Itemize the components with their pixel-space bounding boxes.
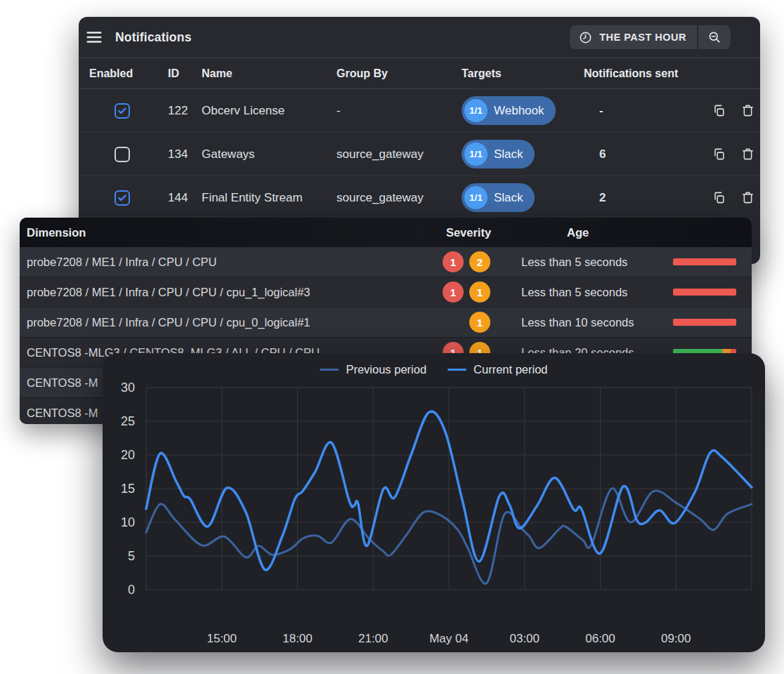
critical-badge: 1 — [443, 251, 464, 272]
col-age: Age — [511, 226, 673, 239]
check-icon — [117, 193, 127, 203]
age-bar — [673, 258, 736, 265]
notification-row: 134 Gateways source_gateway 1/1Slack 6 — [79, 132, 760, 176]
sent-count: 2 — [584, 191, 712, 205]
dimension-row[interactable]: probe7208 / ME1 / Infra / CPU / CPU 12 L… — [20, 247, 752, 277]
time-filter-button[interactable]: THE PAST HOUR — [570, 25, 697, 49]
svg-text:15:00: 15:00 — [207, 632, 237, 645]
age-text: Less than 5 seconds — [511, 286, 673, 299]
target-count-badge: 1/1 — [464, 143, 488, 166]
enabled-checkbox[interactable] — [115, 103, 130, 119]
dimension-row[interactable]: probe7208 / ME1 / Infra / CPU / CPU / cp… — [20, 307, 752, 337]
col-enabled: Enabled — [89, 67, 168, 80]
svg-text:5: 5 — [128, 549, 135, 563]
svg-text:0: 0 — [128, 583, 135, 597]
col-name: Name — [202, 67, 337, 80]
dimension-path: probe7208 / ME1 / Infra / CPU / CPU / cp… — [27, 286, 441, 299]
row-id: 134 — [168, 147, 202, 161]
notifications-titlebar: Notifications THE PAST HOUR — [79, 17, 760, 58]
svg-text:30: 30 — [121, 381, 135, 395]
row-group-by: - — [337, 104, 462, 118]
sent-count: 6 — [584, 147, 712, 161]
col-dimension: Dimension — [27, 226, 441, 239]
notifications-table-header: Enabled ID Name Group By Targets Notific… — [79, 58, 760, 89]
row-group-by: source_gateway — [337, 147, 462, 161]
copy-icon[interactable] — [712, 191, 726, 205]
menu-icon[interactable] — [85, 28, 103, 46]
severity-badges: 1 — [441, 312, 511, 333]
svg-text:20: 20 — [121, 448, 135, 462]
target-count-badge: 1/1 — [464, 186, 488, 209]
sent-count: - — [584, 104, 712, 118]
notification-row: 144 Final Entity Stream source_gateway 1… — [79, 176, 760, 219]
toolbar: THE PAST HOUR — [570, 25, 731, 49]
col-group-by: Group By — [337, 67, 462, 80]
zoom-out-icon — [707, 30, 721, 44]
target-name: Webhook — [494, 104, 544, 118]
enabled-checkbox[interactable] — [115, 147, 130, 162]
warning-badge: 2 — [469, 251, 490, 272]
severity-badges: 12 — [441, 251, 511, 272]
panel-title: Notifications — [115, 30, 192, 45]
enabled-checkbox[interactable] — [115, 190, 130, 206]
svg-text:18:00: 18:00 — [282, 632, 313, 645]
copy-icon[interactable] — [712, 104, 726, 118]
col-targets: Targets — [462, 67, 584, 80]
warning-badge: 1 — [469, 312, 490, 333]
trash-icon[interactable] — [740, 104, 754, 118]
age-bar — [673, 319, 736, 326]
clock-icon — [579, 31, 592, 44]
row-group-by: source_gateway — [337, 191, 462, 205]
col-sent: Notifications sent — [584, 67, 712, 80]
svg-text:15: 15 — [121, 482, 135, 496]
dimensions-table-header: Dimension Severity Age — [20, 218, 752, 247]
critical-badge: 1 — [443, 282, 464, 303]
trash-icon[interactable] — [740, 147, 754, 161]
target-pill: 1/1Slack — [462, 183, 535, 212]
target-pill: 1/1Webhook — [462, 96, 556, 125]
copy-icon[interactable] — [712, 147, 726, 161]
age-text: Less than 10 seconds — [511, 316, 673, 329]
target-count-badge: 1/1 — [464, 99, 488, 122]
svg-text:10: 10 — [121, 515, 135, 529]
svg-text:03:00: 03:00 — [509, 632, 540, 645]
row-name: Gateways — [202, 147, 337, 161]
dimension-path: probe7208 / ME1 / Infra / CPU / CPU / cp… — [27, 316, 441, 329]
age-text: Less than 5 seconds — [511, 256, 673, 269]
warning-badge: 1 — [469, 282, 490, 303]
row-id: 122 — [168, 104, 202, 118]
col-id: ID — [168, 67, 202, 80]
svg-text:May 04: May 04 — [429, 632, 469, 645]
time-filter-label: THE PAST HOUR — [599, 32, 686, 43]
target-name: Slack — [494, 191, 523, 205]
row-id: 144 — [168, 191, 202, 205]
row-name: Obcerv License — [202, 104, 337, 118]
row-name: Final Entity Stream — [202, 191, 337, 205]
notification-row: 122 Obcerv License - 1/1Webhook - — [79, 89, 760, 132]
trash-icon[interactable] — [740, 191, 754, 205]
svg-text:09:00: 09:00 — [661, 632, 691, 645]
svg-text:21:00: 21:00 — [358, 632, 388, 645]
svg-text:06:00: 06:00 — [585, 632, 615, 645]
check-icon — [117, 106, 127, 116]
col-severity: Severity — [441, 226, 511, 239]
target-pill: 1/1Slack — [462, 140, 535, 168]
target-name: Slack — [494, 147, 523, 161]
age-bar — [673, 289, 736, 296]
severity-badges: 11 — [441, 282, 511, 303]
dimension-row[interactable]: probe7208 / ME1 / Infra / CPU / CPU / cp… — [20, 277, 752, 307]
svg-text:25: 25 — [121, 414, 135, 428]
dimension-path: probe7208 / ME1 / Infra / CPU / CPU — [27, 256, 441, 269]
chart-panel: Previous period Current period 051015202… — [103, 353, 765, 652]
timeseries-chart[interactable]: 05101520253015:0018:0021:00May 0403:0006… — [103, 353, 765, 652]
zoom-out-button[interactable] — [698, 25, 731, 49]
